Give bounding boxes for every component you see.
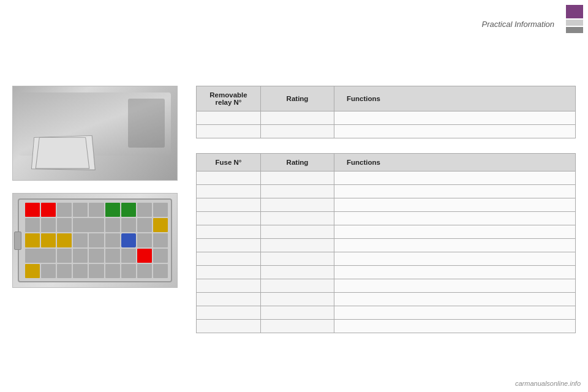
relay-number-cell [197,125,261,138]
relay-table-row [197,111,576,125]
fuse-functions-cell [334,198,576,212]
fuse-functions-cell [334,266,576,279]
fuse-box-sim [13,194,177,287]
relay-col-header: Removable relay N° [197,86,261,111]
relay-table-row [197,125,576,138]
fuse-number-cell [197,172,261,185]
fuse-table-row [197,266,576,279]
fuse-number-cell [197,225,261,239]
fuse-rating-cell [261,252,334,266]
corner-block-gray1 [566,20,583,26]
fuse-table-row [197,252,576,266]
corner-block-gray2 [566,27,583,33]
functions-col-header-fuse: Functions [334,154,576,172]
fuse-functions-cell [334,320,576,333]
relay-functions-cell [334,111,576,125]
car-interior-sim [13,86,177,180]
fuse-rating-cell [261,293,334,306]
relay-rating-cell [261,111,334,125]
fuse-rating-cell [261,225,334,239]
fuse-table-row [197,225,576,239]
corner-block-purple [566,5,583,18]
fuse-functions-cell [334,279,576,293]
fuse-functions-cell [334,306,576,320]
left-images [12,86,184,288]
fuse-rating-cell [261,172,334,185]
fuse-table-row [197,212,576,225]
fuse-box-image [12,193,178,288]
functions-col-header-relay: Functions [334,86,576,111]
fuse-rating-cell [261,306,334,320]
fuse-table-row [197,198,576,212]
fuse-table-row [197,320,576,333]
page-title: Practical Information [482,20,555,29]
fuse-table: Fuse N° Rating Functions [196,153,576,333]
fuse-rating-cell [261,320,334,333]
fuse-number-cell [197,198,261,212]
red-arrow-icon [74,146,85,159]
fuse-functions-cell [334,185,576,198]
fuse-number-cell [197,239,261,252]
fuse-number-cell [197,252,261,266]
fuse-functions-cell [334,172,576,185]
relay-functions-cell [334,125,576,138]
fuse-number-cell [197,266,261,279]
fuse-rating-cell [261,239,334,252]
corner-decoration [561,0,588,38]
fuse-table-row [197,279,576,293]
relay-rating-cell [261,125,334,138]
fuse-rating-cell [261,266,334,279]
rating-col-header-fuse: Rating [261,154,334,172]
fuse-table-row [197,293,576,306]
relay-table: Removable relay N° Rating Functions [196,86,576,138]
fuse-number-cell [197,320,261,333]
fuse-functions-cell [334,293,576,306]
fuse-functions-cell [334,239,576,252]
fuse-rating-cell [261,198,334,212]
fuse-rating-cell [261,279,334,293]
fuse-functions-cell [334,212,576,225]
relay-number-cell [197,111,261,125]
tables-column: Removable relay N° Rating Functions Fuse… [196,86,576,348]
rating-col-header-relay: Rating [261,86,334,111]
fuse-col-header: Fuse N° [197,154,261,172]
fuse-rating-cell [261,185,334,198]
fuse-number-cell [197,293,261,306]
car-interior-image [12,86,178,181]
watermark: carmanualsonline.info [515,380,581,387]
fuse-table-row [197,185,576,198]
fuse-rating-cell [261,212,334,225]
fuse-table-row [197,239,576,252]
fuse-number-cell [197,185,261,198]
fuse-functions-cell [334,225,576,239]
fuse-number-cell [197,212,261,225]
fuse-number-cell [197,306,261,320]
fuse-table-row [197,306,576,320]
fuse-functions-cell [334,252,576,266]
fuse-table-row [197,172,576,185]
fuse-number-cell [197,279,261,293]
